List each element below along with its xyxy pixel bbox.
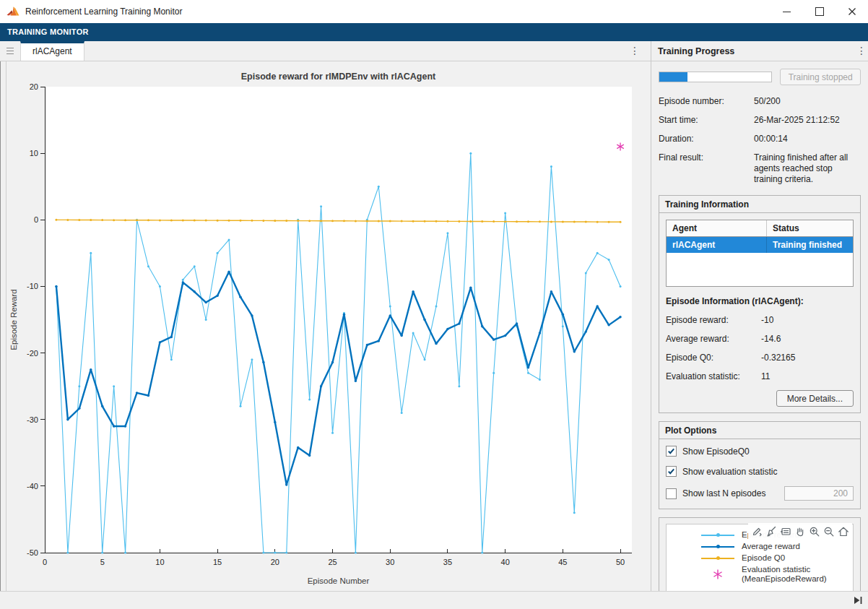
window-title: Reinforcement Learning Training Monitor bbox=[25, 7, 182, 17]
episode-reward-row: Episode reward: -10 bbox=[666, 315, 854, 326]
y-tick-label: 0 bbox=[34, 215, 38, 224]
title-bar: Reinforcement Learning Training Monitor bbox=[0, 0, 868, 23]
zoom-out-icon[interactable] bbox=[822, 525, 836, 538]
episode-number-row: Episode number: 50/200 bbox=[659, 96, 861, 107]
plot-options-title: Plot Options bbox=[659, 422, 860, 439]
start-time-row: Start time: 26-Mar-2025 21:12:52 bbox=[659, 115, 861, 126]
episode-number-value: 50/200 bbox=[754, 96, 861, 107]
legend-label-average-reward: Average reward bbox=[742, 542, 800, 551]
column-header-status[interactable]: Status bbox=[766, 220, 853, 236]
show-episodeq0-checkbox[interactable] bbox=[666, 446, 677, 457]
tab-options-kebab-icon[interactable]: ⋮ bbox=[628, 41, 641, 61]
episode-q0-label: Episode Q0: bbox=[666, 353, 761, 363]
axes-toolbar bbox=[748, 523, 852, 540]
brush-icon[interactable] bbox=[764, 525, 778, 538]
check-icon bbox=[667, 447, 675, 455]
tab-rlacagent[interactable]: rlACAgent bbox=[20, 41, 84, 61]
minimize-button[interactable] bbox=[771, 0, 803, 23]
show-last-n-episodes-row: Show last N episodes bbox=[666, 486, 854, 501]
tab-list-icon[interactable] bbox=[5, 46, 15, 56]
status-cell: Training finished bbox=[766, 237, 853, 253]
show-episodeq0-label: Show EpisodeQ0 bbox=[682, 446, 750, 457]
episode-reward-value: -10 bbox=[761, 315, 854, 326]
toolstrip: TRAINING MONITOR bbox=[0, 23, 868, 41]
show-episodeq0-row: Show EpisodeQ0 bbox=[666, 446, 854, 457]
x-tick-label: 25 bbox=[328, 558, 337, 566]
final-result-value: Training finished after all agents reach… bbox=[754, 152, 861, 185]
start-time-label: Start time: bbox=[659, 115, 754, 126]
duration-value: 00:00:14 bbox=[754, 134, 861, 144]
column-header-agent[interactable]: Agent bbox=[667, 220, 766, 236]
episode-reward-plot[interactable]: 0510152025303540455020100-10-20-30-40-50… bbox=[6, 61, 651, 591]
chart-figure: 0510152025303540455020100-10-20-30-40-50… bbox=[6, 61, 651, 591]
average-reward-value: -14.6 bbox=[761, 334, 854, 345]
training-progress-panel: Training stopped Episode number: 50/200 … bbox=[651, 61, 868, 591]
legend-entry-evaluation-statistic: Evaluation statistic (MeanEpisodeReward) bbox=[672, 565, 847, 584]
x-axis-label: Episode Number bbox=[308, 576, 370, 585]
toolstrip-tab-training-monitor[interactable]: TRAINING MONITOR bbox=[0, 23, 868, 41]
legend-panel: Episode reward Average reward Episode Q0 bbox=[659, 517, 861, 591]
document-tab-bar: rlACAgent ⋮ Training Progress ⋮ bbox=[0, 41, 868, 61]
y-tick-label: -40 bbox=[27, 482, 38, 491]
datatips-icon[interactable] bbox=[778, 525, 793, 538]
matlab-logo-icon bbox=[6, 6, 19, 17]
agent-cell: rlACAgent bbox=[667, 237, 766, 253]
x-tick-label: 15 bbox=[213, 558, 222, 566]
x-tick-label: 10 bbox=[155, 558, 164, 566]
show-evaluation-statistic-row: Show evaluation statistic bbox=[666, 466, 854, 477]
asterisk-marker-icon bbox=[712, 569, 724, 580]
app-window: Reinforcement Learning Training Monitor … bbox=[0, 0, 868, 609]
average-reward-label: Average reward: bbox=[666, 334, 761, 345]
training-information-section: Training Information Agent Status rlACAg… bbox=[659, 195, 861, 413]
training-information-title: Training Information bbox=[659, 196, 860, 213]
y-tick-label: -20 bbox=[27, 349, 38, 358]
more-details-button[interactable]: More Details... bbox=[776, 390, 854, 407]
training-progress-bar bbox=[659, 72, 772, 82]
episode-reward-label: Episode reward: bbox=[666, 315, 761, 326]
episode-information-title: Episode Information (rlACAgent): bbox=[666, 296, 854, 306]
x-tick-label: 50 bbox=[616, 558, 625, 566]
episode-number-label: Episode number: bbox=[659, 96, 754, 107]
show-evaluation-statistic-checkbox[interactable] bbox=[666, 466, 677, 477]
close-button[interactable] bbox=[836, 0, 868, 23]
home-icon[interactable] bbox=[836, 525, 851, 538]
duration-label: Duration: bbox=[659, 134, 754, 144]
y-tick-label: -30 bbox=[27, 415, 38, 424]
check-icon bbox=[667, 467, 675, 475]
minimize-icon bbox=[783, 12, 791, 12]
training-stopped-button[interactable]: Training stopped bbox=[780, 69, 861, 85]
episode-q0-value: -0.32165 bbox=[761, 353, 854, 363]
evaluation-statistic-row: Evaluation statistic: 11 bbox=[666, 371, 854, 382]
legend-label-episode-q0: Episode Q0 bbox=[742, 553, 785, 563]
progress-fill bbox=[659, 72, 687, 82]
pan-icon[interactable] bbox=[793, 525, 807, 538]
table-row-rlacagent[interactable]: rlACAgent Training finished bbox=[667, 237, 853, 253]
legend-entry-average-reward: Average reward bbox=[672, 542, 847, 551]
chart-title: Episode reward for rlMDPEnv with rlACAge… bbox=[241, 72, 436, 82]
skip-end-icon[interactable] bbox=[853, 595, 863, 605]
maximize-button[interactable] bbox=[803, 0, 836, 23]
zoom-in-icon[interactable] bbox=[807, 525, 822, 538]
table-header-row: Agent Status bbox=[667, 220, 853, 237]
maximize-icon bbox=[815, 7, 824, 16]
y-tick-label: -10 bbox=[27, 282, 38, 290]
x-tick-label: 5 bbox=[100, 558, 105, 566]
average-reward-row: Average reward: -14.6 bbox=[666, 334, 854, 345]
table-empty-area bbox=[667, 253, 853, 286]
show-last-n-episodes-label: Show last N episodes bbox=[682, 488, 765, 498]
plot-options-section: Plot Options Show EpisodeQ0 Show evaluat… bbox=[659, 421, 861, 509]
agent-status-table: Agent Status rlACAgent Training finished bbox=[666, 220, 854, 287]
export-icon[interactable] bbox=[750, 525, 764, 538]
duration-row: Duration: 00:00:14 bbox=[659, 134, 861, 144]
show-last-n-episodes-checkbox[interactable] bbox=[666, 488, 677, 499]
episode-q0-row: Episode Q0: -0.32165 bbox=[666, 353, 854, 363]
y-tick-label: 10 bbox=[30, 149, 38, 157]
x-tick-label: 20 bbox=[271, 558, 279, 566]
x-tick-label: 40 bbox=[501, 558, 510, 566]
panel-options-kebab-icon[interactable]: ⋮ bbox=[855, 41, 868, 61]
close-icon bbox=[848, 7, 856, 16]
start-time-value: 26-Mar-2025 21:12:52 bbox=[754, 115, 861, 126]
final-result-label: Final result: bbox=[659, 152, 754, 185]
n-episodes-input[interactable] bbox=[784, 486, 854, 501]
horizontal-scrollbar[interactable] bbox=[0, 591, 868, 609]
